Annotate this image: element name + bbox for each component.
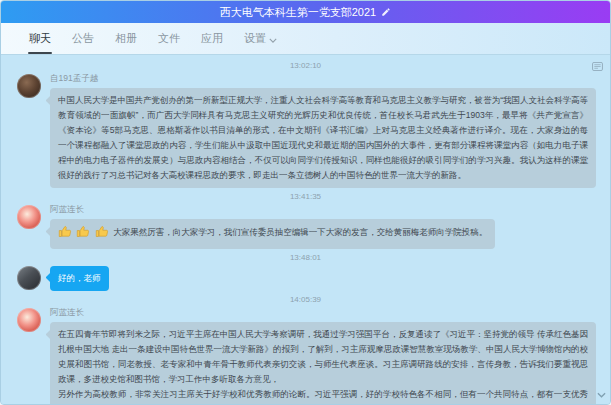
thumbs-up-icon: [58, 224, 73, 244]
tab-bar: 聊天 公告 相册 文件 应用 设置: [1, 23, 610, 55]
tab-chat[interactable]: 聊天: [29, 31, 51, 46]
scroll-down-icon[interactable]: [597, 384, 606, 402]
panel-toggle-icon[interactable]: [592, 57, 603, 75]
message-text: 中国人民大学是中国共产党创办的第一所新型正规大学，注重人文社会科学高等教育和马克…: [58, 95, 588, 180]
tab-settings-label: 设置: [244, 31, 266, 46]
tab-announcements-label: 公告: [72, 31, 94, 46]
message-row: 阿蓝连长 大家果然厉害，向大家学习，我们宣传委员抽空编辑一下大家的发言，交给黄丽…: [1, 203, 610, 249]
message-text: 大家果然厉害，向大家学习，我们宣传委员抽空编辑一下大家的发言，交给黄丽梅老师向学…: [113, 227, 487, 237]
timestamp: 13:48:01: [1, 253, 610, 262]
timestamp: 13:02:10: [1, 61, 610, 70]
tab-files[interactable]: 文件: [158, 31, 180, 46]
chevron-down-icon: [269, 33, 277, 45]
group-title: 西大电气本科生第一党支部2021: [220, 5, 376, 20]
timestamp: 14:05:39: [1, 295, 610, 304]
message-text: 好的，老师: [58, 273, 101, 283]
group-chat-window: 西大电气本科生第一党支部2021 聊天 公告 相册 文件 应用 设置: [0, 0, 611, 405]
message-bubble: 大家果然厉害，向大家学习，我们宣传委员抽空编辑一下大家的发言，交给黄丽梅老师向学…: [50, 219, 495, 249]
sender-name: 自191孟子越: [50, 73, 596, 84]
sender-name: 阿蓝连长: [50, 204, 596, 215]
tab-apps-label: 应用: [201, 31, 223, 46]
sender-name: 阿蓝连长: [50, 307, 596, 318]
message-body: 阿蓝连长 大家果然厉害，向大家学习，我们宣传委员抽空编辑一下大家的发言，交给黄丽…: [50, 203, 596, 249]
tab-chat-label: 聊天: [29, 31, 51, 46]
tab-files-label: 文件: [158, 31, 180, 46]
chat-area[interactable]: 13:02:10 自191孟子越 中国人民大学是中国共产党创办的第一所新型正规大…: [1, 55, 610, 404]
tab-settings[interactable]: 设置: [244, 31, 277, 46]
edit-title-icon[interactable]: [381, 7, 391, 17]
tab-albums[interactable]: 相册: [115, 31, 137, 46]
message-text: 在五四青年节即将到来之际，习近平主席在中国人民大学考察调研，我通过学习强国平台，…: [58, 329, 590, 404]
message-body: 阿蓝连长 在五四青年节即将到来之际，习近平主席在中国人民大学考察调研，我通过学习…: [50, 306, 596, 404]
tab-albums-label: 相册: [115, 31, 137, 46]
tab-apps[interactable]: 应用: [201, 31, 223, 46]
message-row: 阿蓝连长 在五四青年节即将到来之际，习近平主席在中国人民大学考察调研，我通过学习…: [1, 306, 610, 404]
avatar[interactable]: [17, 205, 41, 229]
message-row: 自191孟子越 中国人民大学是中国共产党创办的第一所新型正规大学，注重人文社会科…: [1, 72, 610, 188]
thumbs-up-icon: [95, 224, 110, 244]
message-bubble: 好的，老师: [50, 266, 109, 291]
message-row: 好的，老师: [1, 264, 610, 291]
titlebar: 西大电气本科生第一党支部2021: [1, 1, 610, 23]
tab-announcements[interactable]: 公告: [72, 31, 94, 46]
timestamp: 13:41:35: [1, 192, 610, 201]
avatar[interactable]: [17, 308, 41, 332]
message-bubble: 中国人民大学是中国共产党创办的第一所新型正规大学，注重人文社会科学高等教育和马克…: [50, 88, 596, 188]
avatar[interactable]: [17, 74, 41, 98]
avatar[interactable]: [17, 266, 41, 290]
message-body: 好的，老师: [50, 264, 596, 291]
thumbs-up-icon: [76, 224, 91, 244]
message-bubble: 在五四青年节即将到来之际，习近平主席在中国人民大学考察调研，我通过学习强国平台，…: [50, 322, 596, 404]
message-body: 自191孟子越 中国人民大学是中国共产党创办的第一所新型正规大学，注重人文社会科…: [50, 72, 596, 188]
